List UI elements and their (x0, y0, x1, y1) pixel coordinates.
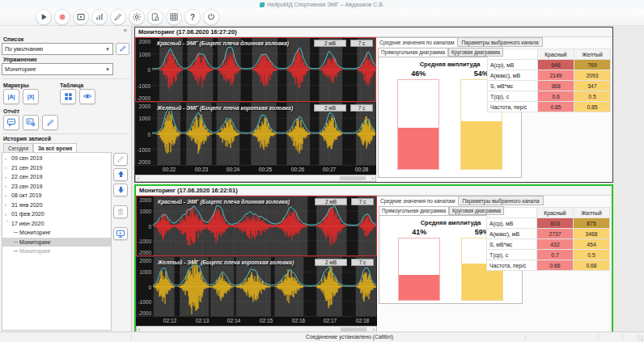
history-recording-row[interactable]: Мониторинг (2, 228, 111, 238)
table-row[interactable]: Т(ср), с0.60.5 (488, 91, 611, 102)
report-button[interactable] (147, 9, 163, 25)
comment-icon (6, 117, 16, 128)
table-label: Таблица (60, 82, 95, 88)
tab-channel-params[interactable]: Параметры выбранного канала (459, 196, 543, 205)
expander-icon: › (5, 165, 11, 170)
time-axis: 02:12 02:13 02:14 02:15 02:16 02:17 02:1… (136, 317, 377, 326)
voltage-scale-button[interactable]: 2 мВ (314, 104, 346, 112)
red-bar (397, 79, 439, 170)
settings-button[interactable] (129, 9, 145, 25)
expander-icon: › (5, 212, 11, 217)
gear-icon (132, 12, 142, 22)
tab-rect-diagram[interactable]: Прямоугольная диаграмма (378, 48, 448, 57)
history-date-row[interactable]: ›23 сен 2019 (2, 182, 111, 192)
report-comment-button[interactable] (3, 115, 19, 130)
move-up-button[interactable] (113, 168, 128, 181)
table-row[interactable]: S, мВ*мс368347 (488, 81, 611, 91)
tab-history-alltime[interactable]: За всё время (33, 143, 77, 152)
table-row[interactable]: А(макс), мВ21492093 (488, 70, 611, 81)
emg-chart-yellow[interactable]: 2000 1000 0 -1000 -2000 Желтый - ЭМГ (Би… (135, 102, 376, 166)
display-button[interactable] (113, 227, 128, 240)
history-recording-row[interactable]: Мониторинг (2, 247, 111, 256)
table-row[interactable]: A(ср), мВ646769 (488, 60, 611, 70)
table-grid-button[interactable] (60, 89, 76, 104)
chevron-down-icon: ▼ (105, 67, 110, 72)
exercise-label: Упражнение (3, 57, 129, 62)
chart-button[interactable] (91, 9, 108, 25)
emg-chart-red[interactable]: 2000 1000 0 -1000 -2000 Красный - ЭМГ (Б… (135, 37, 376, 102)
document-search-icon (150, 12, 160, 22)
time-scale-button[interactable]: 7 с (350, 104, 373, 112)
record-button[interactable] (54, 9, 70, 25)
tab-channel-params[interactable]: Параметры выбранного канала (458, 37, 542, 47)
red-percent-label: 41% (412, 228, 426, 236)
time-scale-button[interactable]: 7 с (351, 259, 374, 266)
move-down-button[interactable] (113, 184, 128, 196)
emg-waveform-yellow[interactable] (152, 103, 375, 165)
channel-values-table: КрасныйЖелтый A(ср), мВ603875 А(макс), м… (486, 207, 610, 271)
window-title: НейроМД Спортивная ЭМГ – Авдашков С.В. (267, 2, 384, 7)
report-image-button[interactable] (23, 115, 39, 130)
table-row[interactable]: A(ср), мВ603875 (487, 218, 610, 229)
history-recording-row-selected[interactable]: Мониторинг (2, 238, 111, 247)
marker-x-button[interactable]: |X| (23, 89, 39, 104)
scroll-left-icon[interactable]: ‹ (136, 175, 141, 181)
table-button[interactable] (166, 9, 182, 25)
list-select[interactable]: По умолчанию▼ (2, 43, 113, 55)
video-button[interactable] (73, 9, 89, 25)
voltage-scale-button[interactable]: 2 мВ (315, 259, 347, 266)
power-icon (206, 12, 216, 22)
table-row[interactable]: Т(ср), с0.70.5 (487, 250, 610, 260)
yellow-percent-label: 54% (474, 70, 489, 78)
history-date-row[interactable]: ›09 сен 2019 (2, 154, 111, 163)
delete-button[interactable] (113, 205, 128, 218)
time-scale-button[interactable]: 7 с (350, 40, 373, 47)
help-button[interactable]: ? (184, 9, 201, 25)
voltage-scale-button[interactable]: 2 мВ (315, 198, 347, 205)
history-date-row[interactable]: ›22 сен 2019 (2, 172, 111, 182)
scrollbar-thumb[interactable] (340, 176, 366, 180)
marker-a-button[interactable]: |A| (3, 89, 19, 104)
expander-icon: › (5, 184, 11, 188)
red-percent-label: 46% (411, 70, 426, 78)
y-axis: 2000 1000 0 -1000 -2000 (136, 103, 152, 165)
collapse-sidebar-button[interactable]: « (124, 27, 127, 34)
emg-waveform-red[interactable] (152, 38, 375, 101)
table-row[interactable]: Частота, пер/с0.660.68 (487, 260, 610, 271)
power-button[interactable] (203, 9, 219, 25)
table-row[interactable]: Частота, пер/с0.850.85 (488, 102, 611, 112)
voltage-scale-button[interactable]: 2 мВ (314, 40, 346, 47)
table-row[interactable]: А(макс), мВ27373468 (487, 229, 610, 239)
expander-icon: › (5, 156, 11, 161)
grid-icon (64, 92, 73, 102)
tab-rect-diagram[interactable]: Прямоугольная диаграмма (379, 206, 449, 215)
history-date-row[interactable]: ›01 фев 2020 (2, 209, 111, 219)
report-edit-button[interactable] (42, 115, 58, 130)
table-row[interactable]: S, мВ*мс432454 (487, 239, 610, 250)
panel-title: Мониторинг (17.06.2020 16:22:01) (136, 186, 612, 196)
tab-pie-diagram[interactable]: Круговая диаграмма (449, 206, 504, 215)
tab-history-today[interactable]: Сегодня (3, 143, 33, 152)
emg-chart-yellow[interactable]: 2000 1000 0 -1000 -2000 Желтый - ЭМГ (Би… (136, 256, 377, 317)
horizontal-scrollbar[interactable]: ‹ › (135, 175, 376, 182)
time-scale-button[interactable]: 7 с (351, 198, 374, 205)
emg-chart-red[interactable]: 2000 1000 0 -1000 -2000 Красный - ЭМГ (Б… (136, 196, 377, 256)
history-edit-button[interactable] (113, 153, 128, 166)
tab-channel-averages[interactable]: Средние значения по каналам (377, 196, 459, 205)
channel-values-table: КрасныйЖелтый A(ср), мВ646769 А(макс), м… (487, 49, 611, 112)
history-date-row[interactable]: ›08 окт 2019 (2, 191, 111, 201)
resize-grip[interactable] (637, 335, 643, 341)
edit-list-button[interactable] (116, 43, 129, 55)
history-date-row[interactable]: ›31 янв 2020 (2, 201, 111, 210)
history-date-row-expanded[interactable]: ›17 июн 2020 (2, 219, 111, 229)
play-button[interactable] (36, 9, 52, 25)
connection-status: Соединение установлено (Callibri) (306, 334, 393, 340)
scroll-right-icon[interactable]: › (371, 175, 375, 181)
help-icon: ? (190, 13, 195, 22)
edit-button[interactable] (110, 9, 126, 25)
table-view-button[interactable] (79, 89, 95, 104)
tab-pie-diagram[interactable]: Круговая диаграмма (448, 48, 503, 57)
tab-channel-averages[interactable]: Средние значения по каналам (376, 37, 458, 47)
history-date-row[interactable]: ›21 сен 2019 (2, 163, 111, 173)
exercise-select[interactable]: Мониторинг▼ (2, 63, 113, 75)
